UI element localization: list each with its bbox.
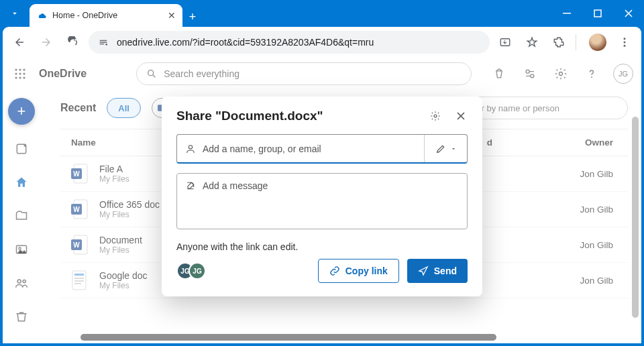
svg-point-11 (19, 72, 21, 74)
chevron-down-icon (450, 146, 457, 152)
premium-icon[interactable] (490, 64, 508, 83)
url-text: onedrive.live.com/?id=root&cid=593192A82… (117, 37, 374, 48)
svg-point-12 (23, 72, 25, 74)
reload-button[interactable] (62, 31, 85, 54)
copy-link-label: Copy link (345, 266, 388, 276)
rail-photos-icon[interactable] (12, 240, 31, 259)
add-new-button[interactable]: + (8, 98, 35, 125)
shared-with-avatars[interactable]: JG JG (176, 262, 206, 280)
window-controls (551, 0, 644, 27)
dialog-close-icon[interactable] (454, 109, 468, 123)
svg-point-22 (23, 144, 25, 146)
back-button[interactable] (8, 31, 31, 54)
recipient-placeholder: Add a name, group, or email (203, 143, 321, 154)
svg-rect-0 (563, 13, 571, 14)
link-permission-text[interactable]: Anyone with the link can edit. (176, 241, 468, 252)
settings-toggle-icon[interactable] (521, 64, 539, 83)
account-button[interactable]: JG (613, 64, 633, 84)
svg-text:W: W (73, 241, 80, 249)
send-icon (418, 266, 429, 276)
send-label: Send (434, 266, 457, 276)
svg-point-25 (17, 280, 21, 283)
person-icon (185, 143, 196, 154)
file-owner: Jon Gilb (506, 169, 625, 179)
svg-point-20 (591, 76, 592, 78)
horizontal-scrollbar[interactable] (80, 334, 496, 341)
close-window-button[interactable] (613, 0, 644, 27)
svg-point-18 (531, 74, 534, 78)
maximize-button[interactable] (582, 0, 613, 27)
app-launcher-button[interactable] (11, 64, 30, 83)
link-icon (329, 266, 340, 276)
send-button[interactable]: Send (407, 259, 468, 283)
rail-home-icon[interactable] (12, 173, 31, 192)
avatar-badge: JG (189, 262, 206, 280)
file-owner: Jon Gilb (506, 205, 625, 215)
svg-point-4 (624, 38, 626, 40)
svg-point-2 (105, 44, 107, 46)
onedrive-favicon-icon (36, 10, 47, 21)
forward-button[interactable] (35, 31, 58, 54)
close-tab-icon[interactable]: ✕ (168, 10, 176, 21)
svg-point-16 (148, 70, 154, 76)
browser-toolbar: onedrive.live.com/?id=root&cid=593192A82… (3, 27, 641, 58)
compose-icon (185, 180, 196, 191)
svg-point-42 (434, 115, 437, 117)
install-app-icon[interactable] (494, 31, 517, 54)
rail-files-icon[interactable] (12, 207, 31, 225)
avatar-icon (589, 34, 606, 51)
new-tab-button[interactable]: + (182, 7, 203, 27)
svg-rect-41 (74, 283, 81, 284)
rail-shared-icon[interactable] (12, 274, 31, 292)
address-bar[interactable]: onedrive.live.com/?id=root&cid=593192A82… (89, 31, 490, 54)
search-input[interactable]: Search everything (136, 62, 472, 85)
rail-recycle-icon[interactable] (12, 307, 31, 326)
col-owner[interactable]: Owner (506, 137, 625, 148)
tab-dropdown-button[interactable] (0, 0, 30, 27)
site-info-icon[interactable] (97, 36, 110, 49)
bookmark-icon[interactable] (521, 31, 543, 54)
search-placeholder: Search everything (164, 68, 239, 79)
permission-dropdown[interactable] (424, 135, 467, 162)
generic-doc-icon (68, 268, 90, 292)
svg-rect-39 (74, 278, 84, 279)
svg-text:W: W (73, 206, 80, 213)
svg-point-7 (15, 68, 17, 70)
onedrive-header: OneDrive Search everything JG (3, 58, 641, 90)
svg-point-26 (23, 280, 25, 282)
profile-button[interactable] (586, 31, 609, 54)
svg-point-43 (189, 145, 192, 148)
copy-link-button[interactable]: Copy link (318, 259, 399, 283)
brand-title: OneDrive (39, 68, 87, 80)
pencil-icon (435, 143, 446, 154)
file-owner: Jon Gilb (506, 276, 625, 286)
svg-point-17 (526, 70, 529, 73)
svg-point-8 (19, 68, 21, 70)
word-doc-icon: W (68, 233, 90, 257)
search-icon (146, 68, 157, 79)
page-content: OneDrive Search everything JG + Recent (3, 58, 641, 343)
svg-rect-40 (74, 280, 84, 282)
svg-point-15 (23, 76, 25, 78)
help-icon[interactable] (582, 64, 601, 83)
tab-title: Home - OneDrive (52, 11, 117, 20)
menu-button[interactable] (613, 31, 636, 54)
browser-tab[interactable]: Home - OneDrive ✕ (30, 4, 182, 27)
svg-rect-1 (594, 10, 601, 17)
toolbar-divider (576, 34, 581, 50)
rail-browse-icon[interactable] (12, 139, 31, 158)
message-placeholder: Add a message (203, 180, 268, 222)
extensions-icon[interactable] (547, 31, 570, 54)
message-input[interactable]: Add a message (176, 173, 468, 229)
gear-icon[interactable] (551, 64, 570, 83)
filter-pill-all[interactable]: All (107, 98, 141, 118)
svg-point-19 (559, 72, 563, 76)
user-initials: JG (619, 70, 628, 78)
recipient-input[interactable]: Add a name, group, or email (177, 135, 424, 162)
word-doc-icon: W (68, 162, 90, 186)
recent-heading: Recent (60, 102, 96, 114)
dialog-settings-icon[interactable] (429, 109, 442, 123)
browser-titlebar: Home - OneDrive ✕ + (0, 0, 644, 27)
minimize-button[interactable] (551, 0, 582, 27)
svg-point-10 (15, 72, 17, 74)
